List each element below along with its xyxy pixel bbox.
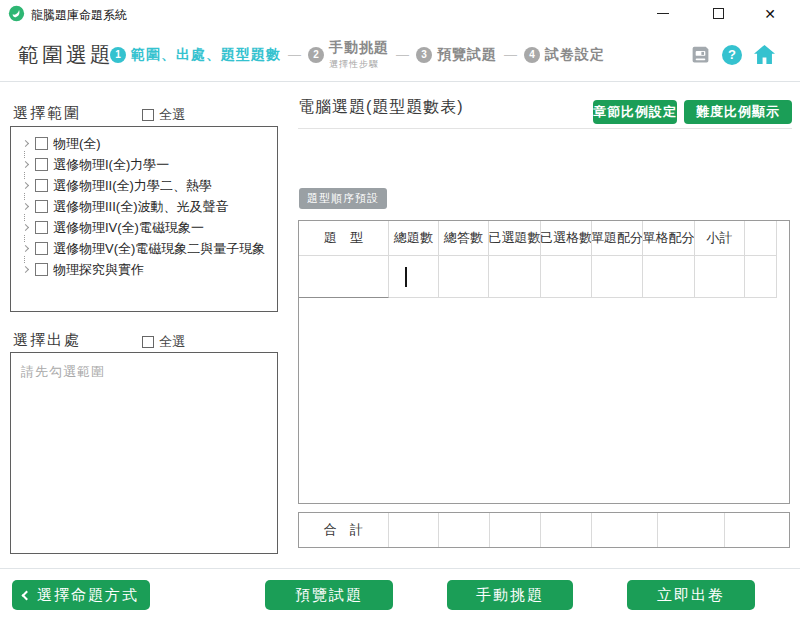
step-2-manual-pick[interactable]: 2 手動挑題 選擇性步驟 [308, 39, 389, 71]
tree-item-inquiry-practice[interactable]: 物理探究與實作 [18, 259, 277, 280]
tree-item-checkbox[interactable] [35, 221, 48, 234]
col-header-empty [745, 221, 777, 256]
computer-selection-title: 電腦選題(題型題數表) [298, 97, 464, 118]
total-label-cell: 合 計 [299, 513, 389, 547]
tree-item-elective-5[interactable]: 選修物理V(全)電磁現象二與量子現象 [18, 238, 277, 259]
source-select-all-checkbox[interactable] [142, 336, 154, 348]
back-button-label: 選擇命題方式 [37, 586, 139, 605]
tree-item-label: 選修物理I(全)力學一 [53, 156, 169, 174]
back-to-method-button[interactable]: 選擇命題方式 [12, 580, 150, 610]
tree-item-physics-all[interactable]: 物理(全) [18, 133, 277, 154]
generate-paper-button[interactable]: 立即出卷 [627, 580, 755, 610]
tree-item-elective-3[interactable]: 選修物理III(全)波動、光及聲音 [18, 196, 277, 217]
col-header-subtotal: 小計 [695, 221, 745, 256]
table-cell-points-per-question[interactable] [592, 256, 643, 298]
step-2-number: 2 [308, 47, 324, 63]
source-list-panel: 請先勾選範圍 [10, 352, 278, 554]
tree-item-label: 選修物理V(全)電磁現象二與量子現象 [53, 240, 265, 258]
expand-chevron-icon[interactable] [18, 242, 32, 256]
expand-chevron-icon[interactable] [18, 158, 32, 172]
maximize-button[interactable] [701, 0, 735, 27]
table-cell-selected-blanks[interactable] [541, 256, 592, 298]
range-select-all[interactable]: 全選 [142, 106, 185, 124]
col-header-points-per-blank: 單格配分 [643, 221, 695, 256]
total-row-table: 合 計 [298, 512, 790, 548]
source-select-all[interactable]: 全選 [142, 333, 185, 351]
table-cell-total-questions-input[interactable] [389, 256, 439, 298]
tree-item-checkbox[interactable] [35, 200, 48, 213]
step-3-preview[interactable]: 3 預覽試題 [416, 46, 497, 64]
step-separator: — [504, 47, 517, 62]
step-1-range[interactable]: 1 範圍、出處、題型題數 [110, 46, 281, 64]
step-separator: — [288, 47, 301, 62]
window-title: 龍騰題庫命題系統 [31, 7, 127, 24]
tree-item-checkbox[interactable] [35, 137, 48, 150]
manual-pick-button[interactable]: 手動挑題 [447, 580, 573, 610]
preview-questions-button[interactable]: 預覽試題 [265, 580, 393, 610]
chapter-ratio-button[interactable]: 章節比例設定 [593, 100, 677, 124]
step-2-label: 手動挑題 [329, 39, 389, 57]
table-cell-empty [745, 256, 777, 298]
table-cell-selected-questions[interactable] [489, 256, 541, 298]
step-1-number: 1 [110, 47, 126, 63]
col-header-total-questions: 總題數 [389, 221, 439, 256]
total-cell [658, 513, 725, 547]
expand-chevron-icon[interactable] [18, 263, 32, 277]
question-type-table: 題 型 總題數 總答數 已選題數 已選格數 單題配分 單格配分 小計 [298, 220, 790, 504]
step-4-paper-settings[interactable]: 4 試卷設定 [524, 46, 605, 64]
tree-item-label: 選修物理II(全)力學二、熱學 [53, 177, 212, 195]
total-cell [541, 513, 592, 547]
range-select-all-label: 全選 [159, 106, 185, 124]
step-4-label: 試卷設定 [545, 46, 605, 64]
question-mark-icon: ? [728, 47, 736, 62]
tree-item-checkbox[interactable] [35, 179, 48, 192]
app-window: 龍騰題庫命題系統 ✕ 範圍選題 1 範圍、出處、題型題數 — 2 手動挑題 選擇… [0, 0, 800, 619]
minimize-button[interactable] [646, 0, 680, 27]
step-1-label: 範圍、出處、題型題數 [131, 46, 281, 64]
help-button[interactable]: ? [722, 45, 742, 65]
range-select-all-checkbox[interactable] [142, 109, 154, 121]
app-logo-icon [8, 5, 25, 22]
footer-divider [0, 568, 800, 569]
tree-item-checkbox[interactable] [35, 242, 48, 255]
step-2-subtitle: 選擇性步驟 [329, 58, 389, 71]
expand-chevron-icon[interactable] [18, 200, 32, 214]
expand-chevron-icon[interactable] [18, 137, 32, 151]
tree-item-label: 物理(全) [53, 135, 101, 153]
source-section-title: 選擇出處 [13, 331, 81, 350]
table-cell-question-type[interactable] [299, 256, 389, 298]
chevron-left-icon [22, 590, 32, 600]
tree-item-elective-2[interactable]: 選修物理II(全)力學二、熱學 [18, 175, 277, 196]
right-panel-divider [298, 128, 792, 129]
difficulty-ratio-button[interactable]: 難度比例顯示 [684, 100, 792, 124]
table-cell-subtotal[interactable] [695, 256, 745, 298]
total-cell [490, 513, 541, 547]
close-button[interactable]: ✕ [753, 0, 787, 27]
range-tree-panel: 物理(全) 選修物理I(全)力學一 選修物理II(全)力學二、熱學 選修物理II… [10, 126, 278, 312]
col-header-selected-questions: 已選題數 [489, 221, 541, 256]
tree-item-label: 選修物理III(全)波動、光及聲音 [53, 198, 229, 216]
col-header-question-type: 題 型 [299, 221, 389, 256]
tree-item-checkbox[interactable] [35, 263, 48, 276]
minimize-icon [657, 13, 669, 14]
expand-chevron-icon[interactable] [18, 179, 32, 193]
col-header-total-answers: 總答數 [439, 221, 489, 256]
col-header-selected-blanks: 已選格數 [541, 221, 592, 256]
tree-item-elective-4[interactable]: 選修物理IV(全)電磁現象一 [18, 217, 277, 238]
step-separator: — [396, 47, 409, 62]
expand-chevron-icon[interactable] [18, 221, 32, 235]
home-icon [753, 44, 776, 65]
home-button[interactable] [753, 44, 776, 65]
save-button[interactable] [690, 44, 711, 65]
tree-item-checkbox[interactable] [35, 158, 48, 171]
total-cell [725, 513, 789, 547]
tree-item-elective-1[interactable]: 選修物理I(全)力學一 [18, 154, 277, 175]
total-cell [592, 513, 658, 547]
step-3-label: 預覽試題 [437, 46, 497, 64]
table-cell-points-per-blank[interactable] [643, 256, 695, 298]
step-4-number: 4 [524, 47, 540, 63]
type-order-default-badge[interactable]: 題型順序預設 [299, 188, 387, 209]
table-cell-total-answers[interactable] [439, 256, 489, 298]
close-icon: ✕ [764, 7, 776, 21]
range-section-title: 選擇範圍 [13, 104, 81, 123]
